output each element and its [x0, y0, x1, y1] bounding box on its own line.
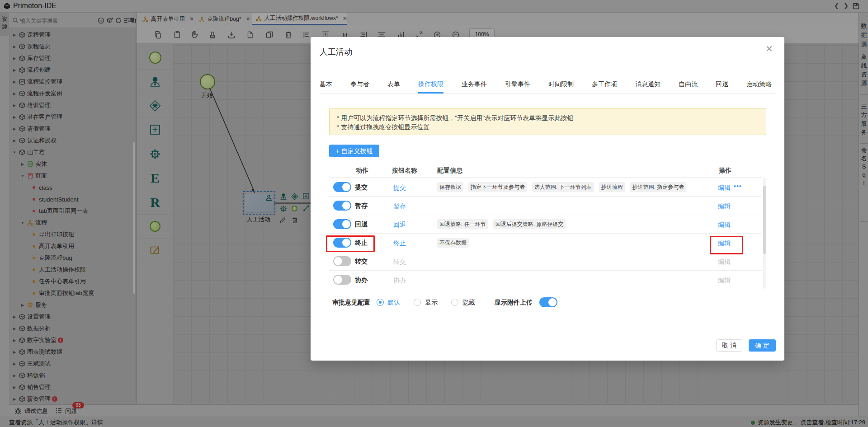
svg-text:AI: AI: [100, 19, 103, 22]
